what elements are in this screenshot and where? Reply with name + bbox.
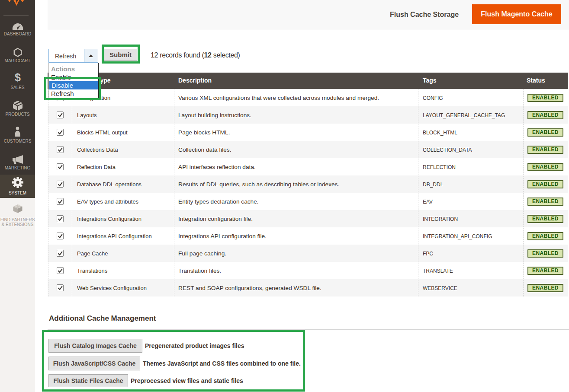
svg-text:$: $ (15, 72, 21, 83)
